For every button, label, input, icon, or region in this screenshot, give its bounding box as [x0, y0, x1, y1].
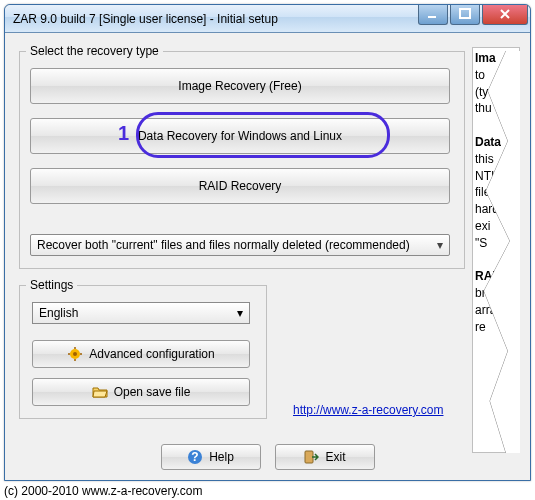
recovery-type-group: Select the recovery type Image Recovery … [19, 51, 465, 269]
language-value: English [39, 306, 78, 320]
exit-button[interactable]: Exit [275, 444, 375, 470]
step-number-annotation: 1 [118, 122, 129, 145]
image-recovery-label: Image Recovery (Free) [178, 79, 301, 93]
open-save-file-button[interactable]: Open save file [32, 378, 250, 406]
side-heading-raid: RAI [475, 269, 496, 283]
exit-icon [303, 449, 319, 465]
help-button[interactable]: ? Help [161, 444, 261, 470]
advanced-config-label: Advanced configuration [89, 347, 214, 361]
minimize-button[interactable] [418, 5, 448, 25]
client-area: Select the recovery type Image Recovery … [9, 37, 526, 476]
data-recovery-label: Data Recovery for Windows and Linux [138, 129, 342, 143]
chevron-down-icon: ▾ [431, 238, 449, 252]
recovery-group-label: Select the recovery type [26, 44, 163, 58]
exit-label: Exit [325, 450, 345, 464]
folder-open-icon [92, 384, 108, 400]
svg-text:?: ? [191, 450, 198, 464]
advanced-config-button[interactable]: Advanced configuration [32, 340, 250, 368]
help-label: Help [209, 450, 234, 464]
maximize-button[interactable] [450, 5, 480, 25]
open-save-file-label: Open save file [114, 385, 191, 399]
data-recovery-button[interactable]: Data Recovery for Windows and Linux [30, 118, 450, 154]
titlebar[interactable]: ZAR 9.0 build 7 [Single user license] - … [5, 5, 530, 33]
svg-rect-11 [305, 451, 313, 463]
recovery-mode-value: Recover both "current" files and files n… [37, 238, 410, 252]
side-heading-data: Data [475, 135, 501, 149]
raid-recovery-label: RAID Recovery [199, 179, 282, 193]
settings-group: Settings English ▾ Advanced configuratio… [19, 285, 267, 419]
side-heading-image: Ima [475, 51, 496, 65]
raid-recovery-button[interactable]: RAID Recovery [30, 168, 450, 204]
language-combo[interactable]: English ▾ [32, 302, 250, 324]
recovery-mode-combo[interactable]: Recover both "current" files and files n… [30, 234, 450, 256]
copyright-text: (c) 2000-2010 www.z-a-recovery.com [4, 484, 203, 498]
svg-rect-1 [460, 9, 470, 18]
svg-rect-0 [428, 16, 436, 18]
close-button[interactable] [482, 5, 528, 25]
settings-group-label: Settings [26, 278, 77, 292]
gear-icon [67, 346, 83, 362]
window-title: ZAR 9.0 build 7 [Single user license] - … [13, 12, 278, 26]
svg-point-3 [73, 352, 77, 356]
help-icon: ? [187, 449, 203, 465]
image-recovery-button[interactable]: Image Recovery (Free) [30, 68, 450, 104]
app-window: ZAR 9.0 build 7 [Single user license] - … [4, 4, 531, 481]
main-panel: Select the recovery type Image Recovery … [15, 39, 473, 449]
chevron-down-icon: ▾ [231, 306, 249, 320]
website-link[interactable]: http://www.z-a-recovery.com [293, 403, 443, 417]
info-sidebar: Ima to (ty thu Data this NTI files hard … [472, 47, 520, 453]
bottom-toolbar: ? Help Exit [15, 442, 520, 472]
